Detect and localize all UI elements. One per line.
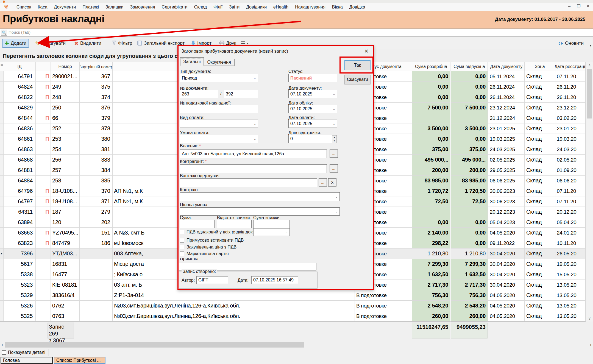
menu-item-філії[interactable]: Філії <box>210 5 226 10</box>
taskbar-tab-list[interactable]: Список: Прибуткові ... <box>54 357 105 364</box>
delete-button[interactable]: ✖Видалити <box>72 39 104 48</box>
vat-force-checkbox[interactable] <box>180 238 184 242</box>
chevron-down-icon: ▾ <box>247 42 249 45</box>
cell-vn: 202 <box>80 217 113 228</box>
restore-button[interactable]: ❐ <box>576 4 581 9</box>
cell-d2: 01.09.20 <box>555 165 586 176</box>
table-row[interactable]: 53250763№03,смт.Баришівка,вул.Леніна,126… <box>0 311 586 321</box>
cell-nomer: 120 <box>51 217 80 228</box>
menu-item-ehealth[interactable]: eHealth <box>270 5 292 10</box>
created-date-input[interactable]: 07.10.2025 16:57:49 <box>251 276 298 284</box>
add-button[interactable]: ✚Додати <box>2 39 29 48</box>
vat-force-toggle[interactable]: Примусово встановити ПДВ <box>180 238 244 243</box>
consignee-input[interactable] <box>180 178 317 187</box>
cell-id: 7396 <box>4 249 36 259</box>
horizontal-scroll-thumb[interactable] <box>5 342 304 348</box>
step-up-icon[interactable]: ▲ <box>332 135 337 139</box>
cell-status: В подготовке <box>355 311 412 321</box>
cell-vn: 375 <box>80 82 113 92</box>
pay-kind-select[interactable]: ⌄ <box>180 120 258 128</box>
chevron-down-icon: ⌄ <box>335 195 338 199</box>
menu-item-налаштування[interactable]: Налаштування <box>292 5 329 10</box>
doc-type-select[interactable]: Приход⌄ <box>180 74 258 82</box>
menu-item-список[interactable]: Список <box>13 5 34 10</box>
author-input[interactable]: GIFT <box>196 276 228 284</box>
table-row[interactable]: 5329383616/4Z:Р1-За-014В подготовке756,3… <box>0 290 586 301</box>
column-header-d2[interactable]: Дата реєстрації <box>555 62 586 71</box>
taskbar-tab-main[interactable]: Головна <box>1 357 53 364</box>
purchase-vat-checkbox[interactable] <box>180 245 184 249</box>
show-details-checkbox[interactable] <box>2 350 6 355</box>
scroll-up-icon[interactable]: ∧ <box>586 63 593 67</box>
cell-d1: 09.11.2022 <box>488 238 525 249</box>
filter-button[interactable]: Фільтр <box>110 39 134 48</box>
consignee-browse-button[interactable]: ... <box>319 178 327 187</box>
cancel-button[interactable]: Скасувати <box>344 75 371 84</box>
contragent-input[interactable] <box>180 164 327 173</box>
step-down-icon[interactable]: ▼ <box>332 139 337 143</box>
menu-item-вікна[interactable]: Вікна <box>329 5 346 10</box>
column-header-d1[interactable]: Дата документу <box>488 62 525 71</box>
doc-date-select[interactable]: 07.10.2025⌄ <box>288 90 337 98</box>
table-row[interactable]: 53260762№03,смт.Баришівка,вул.Леніна,126… <box>0 301 586 311</box>
close-button[interactable]: ✕ <box>585 4 591 9</box>
menu-item-звіти[interactable]: Звіти <box>226 5 243 10</box>
search-input[interactable]: Поиск (Tab) <box>9 30 30 35</box>
edit-button[interactable]: ✎Редагувати <box>33 39 68 48</box>
doc-no-input-1[interactable]: 263 <box>180 90 218 98</box>
toolbar-overflow-caret[interactable]: ▾ <box>590 44 591 47</box>
column-header-zona[interactable]: Зона <box>525 62 555 71</box>
dialog-close-icon[interactable]: ✕ <box>364 48 369 54</box>
horizontal-scrollbar[interactable]: ‹ › <box>0 342 593 348</box>
sum-input[interactable] <box>180 220 215 228</box>
vertical-scroll-thumb[interactable] <box>587 69 592 118</box>
cell-ind <box>0 165 4 176</box>
scroll-down-icon[interactable]: ∨ <box>586 316 593 320</box>
column-header-s2[interactable]: Сума відпускна <box>451 62 488 71</box>
column-header-s1[interactable]: Сума роздрібна <box>412 62 450 71</box>
owner-browse-button[interactable]: ... <box>330 149 338 158</box>
vat-same-checkbox[interactable] <box>180 230 184 234</box>
tab-rounding[interactable]: Округлення <box>204 59 235 66</box>
owner-input[interactable]: Апт №003 пгт.Барышевка, ул.Киевский шлях… <box>180 149 327 158</box>
menu-item-залишки[interactable]: Залишки <box>102 5 127 10</box>
column-header-id[interactable]: ІД <box>4 62 36 71</box>
vertical-scrollbar[interactable]: ∧ ∨ <box>586 62 593 321</box>
minimize-button[interactable]: – <box>567 4 572 9</box>
tab-general[interactable]: Загальні <box>180 57 204 66</box>
discount-pct-input[interactable] <box>217 220 252 228</box>
contragent-browse-button[interactable]: ... <box>330 164 338 173</box>
column-header-flag[interactable] <box>36 62 51 71</box>
show-details-toggle[interactable]: Показувати деталі <box>0 349 49 356</box>
scroll-right-icon[interactable]: › <box>589 342 593 348</box>
doc-no-input-2[interactable]: 392 <box>224 90 258 98</box>
column-header-nomer[interactable]: Номер <box>51 62 80 71</box>
menu-item-довідка[interactable]: Довідка <box>346 5 369 10</box>
delay-days-stepper[interactable]: 0 ▲▼ <box>288 135 337 143</box>
consignee-clear-button[interactable]: X <box>328 178 336 187</box>
pay-date-select[interactable]: 07.10.2025⌄ <box>288 120 337 128</box>
discount-sum-input[interactable] <box>253 220 290 228</box>
menu-item-замовлення[interactable]: Замовлення <box>127 5 158 10</box>
menu-item-довідники[interactable]: Довідники <box>243 5 270 10</box>
stepper-buttons[interactable]: ▲▼ <box>332 135 337 142</box>
refresh-button[interactable]: ⟳Оновити <box>556 39 586 48</box>
column-header-vn[interactable]: Внутрішній номер <box>80 62 113 71</box>
menu-item-документи[interactable]: Документи <box>51 5 79 10</box>
scroll-left-icon[interactable]: ‹ <box>0 342 4 348</box>
cell-nomer: 258 <box>51 176 80 186</box>
cell-flag <box>36 269 51 280</box>
menu-item-каса[interactable]: Каса <box>34 5 51 10</box>
menu-item-сертифікати[interactable]: Сертифікати <box>158 5 191 10</box>
acc-date-select[interactable]: 07.10.2025⌄ <box>288 105 337 113</box>
marketing-checkbox[interactable] <box>180 252 184 256</box>
contract-select[interactable]: ⌄ <box>180 192 340 201</box>
tax-no-input[interactable] <box>180 105 258 113</box>
menu-item-платежі[interactable]: Платежі <box>79 5 102 10</box>
search-bar[interactable]: 🔍 Поиск (Tab) <box>0 29 593 37</box>
purchase-vat-toggle[interactable]: Закупівельна ціна з ПДВ <box>180 245 236 250</box>
marketing-toggle[interactable]: Маркетингова партія <box>180 251 229 256</box>
cell-nomer: 248 <box>51 92 80 103</box>
pay-cond-select[interactable]: ⌄ <box>180 135 258 143</box>
menu-item-склад[interactable]: Склад <box>191 5 210 10</box>
